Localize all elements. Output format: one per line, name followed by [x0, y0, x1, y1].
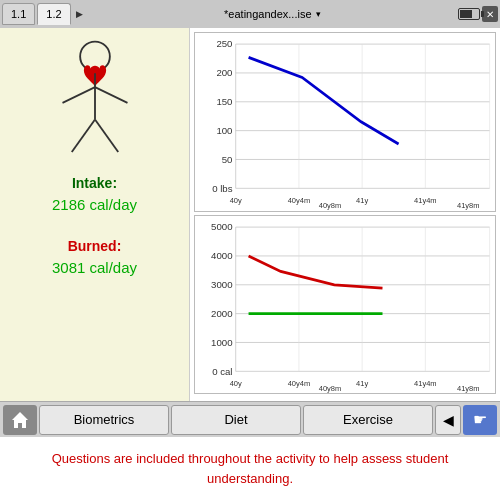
svg-line-5 — [95, 120, 118, 153]
battery-icon — [458, 8, 480, 20]
svg-text:41y: 41y — [356, 378, 368, 387]
svg-text:200: 200 — [216, 67, 233, 78]
nav-bar: Biometrics Diet Exercise ◀ ☛ — [0, 401, 500, 437]
svg-text:3000: 3000 — [211, 278, 233, 289]
svg-text:1000: 1000 — [211, 336, 233, 347]
svg-marker-52 — [12, 412, 28, 428]
diet-button[interactable]: Diet — [171, 405, 301, 435]
svg-text:41y8m: 41y8m — [457, 384, 479, 393]
intake-label: Intake: — [52, 174, 137, 194]
tab-1-2-label: 1.2 — [46, 8, 61, 20]
svg-text:4000: 4000 — [211, 250, 233, 261]
stick-figure — [35, 36, 155, 166]
svg-text:40y8m: 40y8m — [319, 201, 341, 210]
footer-text: Questions are included throughout the ac… — [52, 451, 449, 486]
svg-text:100: 100 — [216, 125, 233, 136]
intake-value: 2186 cal/day — [52, 194, 137, 215]
biometrics-button[interactable]: Biometrics — [39, 405, 169, 435]
tab-next-arrow[interactable]: ▶ — [73, 7, 87, 21]
back-button[interactable]: ◀ — [435, 405, 461, 435]
svg-text:2000: 2000 — [211, 307, 233, 318]
diet-label: Diet — [224, 412, 247, 427]
activity-title: *eatingandex...ise — [224, 8, 311, 20]
exercise-label: Exercise — [343, 412, 393, 427]
home-button[interactable] — [3, 405, 37, 435]
svg-text:50: 50 — [222, 154, 233, 165]
title-dropdown-arrow[interactable]: ▾ — [316, 9, 321, 19]
svg-text:5000: 5000 — [211, 221, 233, 232]
tab-bar: 1.1 1.2 ▶ *eatingandex...ise ▾ ✕ — [0, 0, 500, 28]
svg-line-3 — [95, 87, 128, 103]
tab-1-1[interactable]: 1.1 — [2, 3, 35, 25]
right-panel: 250 200 150 100 50 0 lbs 40y 40y4m 40y8m… — [190, 28, 500, 401]
biometrics-label: Biometrics — [74, 412, 135, 427]
burned-value: 3081 cal/day — [52, 257, 137, 278]
cursor-icon: ☛ — [473, 410, 487, 429]
svg-text:41y8m: 41y8m — [457, 201, 479, 210]
svg-text:41y: 41y — [356, 196, 368, 205]
svg-text:150: 150 — [216, 96, 233, 107]
svg-line-4 — [71, 120, 94, 153]
svg-text:40y8m: 40y8m — [319, 384, 341, 393]
back-icon: ◀ — [443, 412, 454, 428]
svg-text:40y4m: 40y4m — [288, 196, 310, 205]
svg-text:0 cal: 0 cal — [212, 365, 232, 376]
svg-text:41y4m: 41y4m — [414, 378, 436, 387]
stats-panel: Intake: 2186 cal/day Burned: 3081 cal/da… — [52, 174, 137, 278]
tab-1-1-label: 1.1 — [11, 8, 26, 20]
main-content: Intake: 2186 cal/day Burned: 3081 cal/da… — [0, 28, 500, 401]
svg-text:40y: 40y — [230, 378, 242, 387]
tab-1-2[interactable]: 1.2 — [37, 3, 70, 25]
footer-description: Questions are included throughout the ac… — [0, 437, 500, 500]
svg-text:0 lbs: 0 lbs — [212, 182, 232, 193]
svg-line-2 — [62, 87, 95, 103]
cursor-button[interactable]: ☛ — [463, 405, 497, 435]
svg-text:40y4m: 40y4m — [288, 378, 310, 387]
calories-chart: 5000 4000 3000 2000 1000 0 cal 40y 40y4m… — [194, 215, 496, 395]
exercise-button[interactable]: Exercise — [303, 405, 433, 435]
weight-chart: 250 200 150 100 50 0 lbs 40y 40y4m 40y8m… — [194, 32, 496, 212]
window-controls: ✕ — [458, 6, 498, 22]
svg-text:41y4m: 41y4m — [414, 196, 436, 205]
close-button[interactable]: ✕ — [482, 6, 498, 22]
home-icon — [10, 410, 30, 430]
svg-text:250: 250 — [216, 38, 233, 49]
svg-text:40y: 40y — [230, 196, 242, 205]
left-panel: Intake: 2186 cal/day Burned: 3081 cal/da… — [0, 28, 190, 401]
tab-title-area: *eatingandex...ise ▾ — [89, 8, 456, 20]
burned-label: Burned: — [52, 237, 137, 257]
